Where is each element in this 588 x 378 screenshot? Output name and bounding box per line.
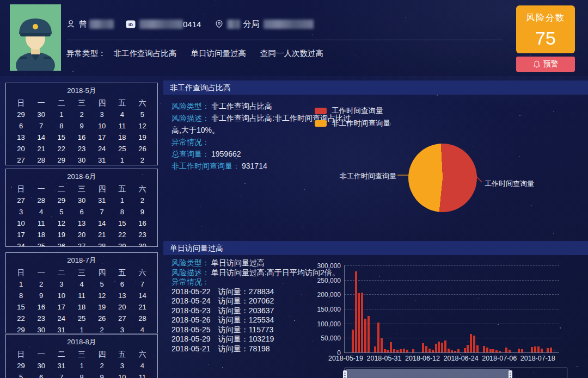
calendar-day[interactable]: 24: [11, 240, 31, 247]
calendar-day[interactable]: 17: [11, 229, 31, 240]
calendar-day[interactable]: 8: [112, 206, 132, 218]
calendar-day[interactable]: 10: [112, 371, 132, 378]
calendar-day[interactable]: 5: [132, 109, 152, 120]
abnormal-type-item[interactable]: 非工作查询占比高: [114, 48, 177, 59]
abnormal-type-item[interactable]: 单日访问量过高: [191, 48, 247, 59]
calendar-day[interactable]: 16: [31, 301, 51, 313]
calendar-day[interactable]: 20: [71, 229, 91, 240]
calendar-day[interactable]: 18: [112, 132, 132, 143]
calendar-day[interactable]: 9: [71, 120, 91, 132]
calendar-day[interactable]: 11: [71, 290, 91, 301]
calendar-day[interactable]: 1: [71, 360, 91, 371]
calendar-day[interactable]: 3: [11, 206, 31, 218]
calendar-day[interactable]: 27: [11, 195, 31, 206]
calendar-day[interactable]: 3: [112, 360, 132, 371]
calendar-day[interactable]: 26: [132, 143, 152, 154]
calendar-day[interactable]: 21: [132, 301, 152, 313]
calendar-day[interactable]: 29: [11, 324, 31, 333]
calendar-day[interactable]: 4: [132, 324, 152, 333]
calendar-day[interactable]: 2: [92, 360, 112, 371]
calendar-day[interactable]: 30: [31, 360, 51, 371]
calendar-day[interactable]: 5: [92, 278, 112, 290]
calendar-day[interactable]: 27: [112, 313, 132, 324]
calendar-day[interactable]: 19: [132, 132, 152, 143]
calendar-day[interactable]: 10: [51, 290, 71, 301]
calendar-day[interactable]: 17: [51, 301, 71, 313]
calendar-day[interactable]: 6: [11, 120, 31, 132]
datazoom-slider[interactable]: [345, 368, 567, 378]
datazoom-selected-range[interactable]: [346, 369, 510, 378]
calendar-day[interactable]: 24: [51, 313, 71, 324]
datazoom-left-handle[interactable]: [343, 370, 347, 378]
calendar-day[interactable]: 30: [71, 195, 91, 206]
calendar-day[interactable]: 6: [31, 371, 51, 378]
calendar-day[interactable]: 2: [132, 195, 152, 206]
calendar-day[interactable]: 2: [71, 109, 91, 120]
datazoom-right-handle[interactable]: [509, 370, 512, 378]
abnormal-type-item[interactable]: 查同一人次数过高: [260, 48, 323, 59]
calendar-day[interactable]: 5: [51, 206, 71, 218]
calendar-day[interactable]: 30: [31, 324, 51, 333]
calendar-day[interactable]: 28: [132, 313, 152, 324]
calendar-day[interactable]: 2: [92, 324, 112, 333]
calendar-day[interactable]: 11: [132, 371, 152, 378]
calendar-day[interactable]: 23: [31, 313, 51, 324]
calendar-day[interactable]: 26: [92, 313, 112, 324]
calendar-day[interactable]: 20: [112, 301, 132, 313]
calendar-day[interactable]: 23: [71, 143, 91, 154]
calendar-day[interactable]: 26: [51, 240, 71, 247]
calendar-day[interactable]: 19: [92, 301, 112, 313]
calendar-day[interactable]: 30: [31, 109, 51, 120]
calendar-day[interactable]: 8: [11, 290, 31, 301]
calendar-day[interactable]: 29: [11, 109, 31, 120]
calendar-day[interactable]: 14: [31, 132, 51, 143]
calendar-day[interactable]: 3: [51, 278, 71, 290]
calendar-day[interactable]: 25: [71, 313, 91, 324]
calendar-day[interactable]: 10: [11, 218, 31, 229]
calendar-day[interactable]: 29: [11, 360, 31, 371]
calendar-day[interactable]: 4: [132, 360, 152, 371]
calendar-day[interactable]: 16: [71, 132, 91, 143]
calendar-day[interactable]: 13: [112, 290, 132, 301]
calendar-day[interactable]: 9: [92, 371, 112, 378]
calendar-day[interactable]: 31: [92, 195, 112, 206]
calendar-day[interactable]: 12: [92, 290, 112, 301]
calendar-day[interactable]: 18: [31, 229, 51, 240]
calendar-day[interactable]: 1: [112, 195, 132, 206]
calendar-day[interactable]: 5: [11, 371, 31, 378]
calendar-day[interactable]: 12: [132, 120, 152, 132]
calendar-day[interactable]: 9: [132, 206, 152, 218]
calendar-day[interactable]: 31: [51, 324, 71, 333]
calendar-day[interactable]: 15: [51, 132, 71, 143]
calendar-day[interactable]: 28: [31, 154, 51, 165]
calendar-day[interactable]: 28: [92, 240, 112, 247]
calendar-day[interactable]: 10: [92, 120, 112, 132]
calendar-day[interactable]: 22: [11, 313, 31, 324]
calendar-day[interactable]: 11: [112, 120, 132, 132]
legend-item[interactable]: 工作时间查询量: [315, 104, 390, 117]
calendar-day[interactable]: 18: [71, 301, 91, 313]
calendar-day[interactable]: 25: [112, 143, 132, 154]
calendar-day[interactable]: 7: [31, 120, 51, 132]
calendar-day[interactable]: 30: [132, 240, 152, 247]
calendar-day[interactable]: 29: [112, 240, 132, 247]
calendar-day[interactable]: 22: [112, 229, 132, 240]
calendar-day[interactable]: 7: [51, 371, 71, 378]
calendar-day[interactable]: 1: [71, 324, 91, 333]
calendar-day[interactable]: 4: [112, 109, 132, 120]
calendar-day[interactable]: 13: [11, 132, 31, 143]
calendar-day[interactable]: 7: [132, 278, 152, 290]
calendar-day[interactable]: 29: [51, 195, 71, 206]
calendar-day[interactable]: 21: [92, 229, 112, 240]
calendar-day[interactable]: 21: [31, 143, 51, 154]
calendar-day[interactable]: 17: [92, 132, 112, 143]
alert-button[interactable]: 预警: [516, 57, 575, 72]
calendar-day[interactable]: 6: [71, 206, 91, 218]
calendar-day[interactable]: 13: [71, 218, 91, 229]
calendar-day[interactable]: 16: [132, 218, 152, 229]
calendar-day[interactable]: 15: [11, 301, 31, 313]
calendar-day[interactable]: 28: [31, 195, 51, 206]
calendar-day[interactable]: 25: [31, 240, 51, 247]
calendar-day[interactable]: 15: [112, 218, 132, 229]
calendar-day[interactable]: 9: [31, 290, 51, 301]
